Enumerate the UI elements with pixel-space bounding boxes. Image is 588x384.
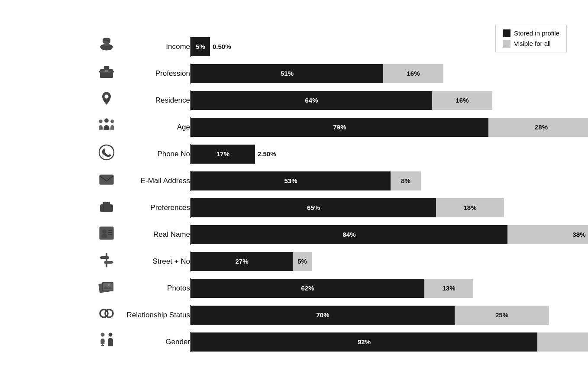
row-label-income: Income [21,36,190,57]
bar-stored-street: 27% [191,252,293,271]
chart-row-preferences: Preferences 65% 18% [21,194,567,221]
bar-stored-label: 84% [342,231,355,238]
legend-stored: Stored in profile [503,29,559,37]
bar-stored-label: 5% [196,43,205,50]
row-label-phone: Phone No [21,144,190,164]
row-label-profession: Profession [21,63,190,84]
svg-point-10 [104,119,109,123]
chart-row-photos: Photos 62% 13% [21,275,567,302]
bar-area-relationship: 70% 25% [190,305,567,325]
bars-wrapper-phone: 17% 2.50% [191,145,276,164]
bar-stored-label: 92% [358,338,371,345]
svg-rect-24 [106,253,107,268]
chart-row-relationship: Relationship Status 70% 25% [21,302,567,329]
bar-stored-label: 79% [333,123,346,131]
icon-profession [96,63,117,84]
chart-row-income: Income 5% 0.50% [21,33,567,60]
chart-row-realname: Real Name 84% 38% [21,221,567,248]
icon-gender [96,332,117,352]
bar-area-preferences: 65% 18% [190,198,567,218]
bar-stored-label: 65% [307,204,320,211]
bar-visible-label: 18% [463,204,476,211]
chart-container: Stored in profile Visible for all Income… [8,20,580,364]
row-text-income: Income [121,42,190,51]
bar-visible-label: 13% [442,284,455,292]
bar-area-realname: 84% 38% [190,225,588,245]
bar-visible-label: 38% [572,231,585,238]
bar-visible-label: 28% [535,123,548,131]
icon-preferences [96,197,117,218]
bar-visible-street: 5% [293,252,312,271]
icon-age [96,117,117,137]
row-label-email: E-Mail Address [21,171,190,191]
row-label-street: Street + No [21,251,190,271]
bar-visible-label: 25% [495,311,508,319]
bar-stored-photos: 62% [191,279,424,298]
svg-rect-5 [104,66,109,69]
legend-stored-swatch [503,29,510,37]
icon-residence [96,90,117,110]
bar-visible-photos: 13% [424,279,473,298]
bar-stored-gender: 92% [191,332,537,352]
row-text-age: Age [121,123,190,132]
bar-stored-preferences: 65% [191,198,436,217]
row-label-realname: Real Name [21,224,190,245]
bars-wrapper-income: 5% 0.50% [191,37,231,56]
svg-point-2 [103,38,110,41]
bars-wrapper-photos: 62% 13% [191,279,473,298]
bar-stored-phone: 17% [191,145,255,164]
row-text-preferences: Preferences [121,203,190,212]
bar-visible-relationship: 25% [455,306,549,325]
bar-visible-outside-income: 0.50% [210,43,231,50]
svg-rect-17 [103,204,103,212]
row-text-phone: Phone No [121,150,190,158]
svg-rect-27 [104,261,112,264]
bar-visible-label: 16% [456,97,468,104]
svg-point-3 [103,43,110,46]
bars-wrapper-gender: 92% 53% [191,332,588,352]
row-text-email: E-Mail Address [121,177,190,185]
bar-stored-label: 70% [316,311,329,319]
chart-row-phone: Phone No 17% 2.50% [21,141,567,168]
legend-stored-label: Stored in profile [514,29,559,37]
bars-wrapper-residence: 64% 16% [191,91,492,110]
icon-phone [96,144,117,164]
bar-stored-label: 64% [305,97,318,104]
svg-point-12 [99,145,114,160]
svg-point-32 [108,284,110,286]
bar-stored-label: 53% [284,177,297,184]
row-text-profession: Profession [121,69,190,78]
bars-wrapper-street: 27% 5% [191,252,312,271]
bar-visible-label: 16% [407,70,420,77]
chart-row-residence: Residence 64% 16% [21,87,567,114]
bar-area-email: 53% 8% [190,171,567,191]
row-text-street: Street + No [121,257,190,266]
bar-area-profession: 51% 16% [190,64,567,84]
bar-visible-preferences: 18% [436,198,504,217]
chart-row-profession: Profession 51% 16% [21,60,567,87]
bar-stored-label: 51% [281,70,294,77]
bar-stored-profession: 51% [191,64,383,83]
bar-stored-realname: 84% [191,225,507,244]
bar-area-age: 79% 28% [190,117,588,137]
row-text-realname: Real Name [121,230,190,239]
svg-point-9 [99,119,103,123]
icon-realname [96,224,117,245]
bar-visible-outside-phone: 2.50% [255,150,276,158]
svg-marker-28 [112,261,113,264]
svg-point-11 [110,119,114,123]
chart-row-gender: Gender 92% 53% [21,329,567,355]
bar-area-street: 27% 5% [190,252,567,271]
icon-income [96,36,117,57]
bar-stored-email: 53% [191,171,391,190]
bar-stored-label: 17% [216,150,229,158]
svg-rect-25 [101,256,109,259]
bar-area-phone: 17% 2.50% [190,144,567,164]
svg-point-35 [101,333,105,337]
bar-area-income: 5% 0.50% [190,37,567,57]
row-label-relationship: Relationship Status [21,305,190,325]
bar-visible-label: 8% [401,177,410,184]
icon-photos [96,278,117,298]
icon-relationship [96,305,117,325]
bar-stored-label: 27% [235,258,248,265]
